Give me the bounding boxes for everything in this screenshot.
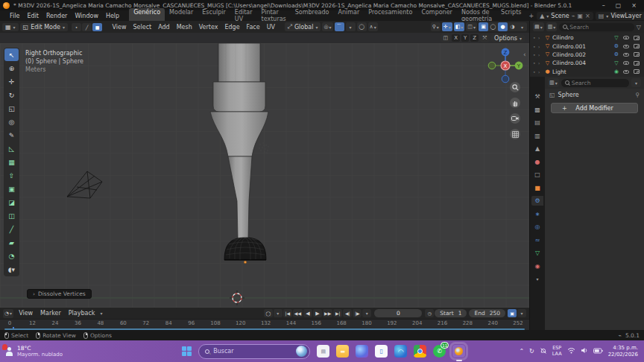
volume-icon[interactable] — [581, 347, 588, 355]
properties-options-dropdown[interactable]: ▾ — [631, 78, 641, 87]
tab-world[interactable]: ● — [531, 157, 543, 167]
close-button[interactable]: × — [631, 2, 637, 9]
frame-tick[interactable]: 108 — [210, 320, 220, 326]
frame-tick[interactable]: 36 — [74, 320, 81, 326]
hide-eye-icon[interactable] — [623, 53, 629, 57]
proportional-falloff-dropdown[interactable]: ∧▾ — [368, 22, 378, 31]
render-camera-icon[interactable] — [634, 44, 640, 48]
frame-tick[interactable]: 192 — [387, 320, 397, 326]
transform-tool[interactable]: ◎ — [4, 115, 19, 128]
shading-material-button[interactable]: ● — [498, 22, 508, 31]
auto-keying-toggle[interactable]: ◯ — [264, 309, 273, 317]
edge-select-button[interactable]: ╱ — [82, 23, 92, 31]
start-frame-field[interactable]: Start1 — [435, 309, 467, 317]
tab-scene[interactable]: ▲ — [531, 144, 543, 153]
mirror-x-toggle[interactable]: X — [452, 34, 460, 42]
tab-constraints[interactable]: ≈ — [531, 235, 543, 245]
viewport-menu-item[interactable]: Edge — [221, 24, 243, 31]
add-cube-tool[interactable]: ▦ — [4, 156, 19, 168]
viewport-menu-item[interactable]: Select — [130, 24, 155, 31]
onedrive-sync-icon[interactable]: ↻ — [529, 348, 534, 355]
taskbar-search-input[interactable] — [213, 348, 280, 355]
frame-tick[interactable]: 96 — [188, 320, 195, 326]
properties-editor-type-button[interactable]: ▥▾ — [548, 78, 559, 87]
show-gizmo-dropdown[interactable]: ⚲▾ — [431, 22, 441, 31]
pin-scene-icon[interactable]: ⌁ — [572, 13, 575, 19]
operator-panel[interactable]: › Dissolve Vertices — [27, 289, 92, 299]
viewport-3d[interactable]: ◫ X Y Z ⤧ Options ▾ — [0, 33, 529, 308]
jump-to-end-button[interactable]: ▶| — [333, 309, 342, 317]
poly-build-tool[interactable]: ▰ — [4, 236, 19, 249]
overlays-toggle[interactable]: ◧▾ — [454, 22, 465, 31]
pan-hand-button[interactable] — [510, 98, 520, 108]
xray-toggle[interactable]: ◫▾ — [466, 22, 477, 31]
navigation-gizmo[interactable]: Z Y X — [486, 43, 525, 85]
options-dropdown[interactable]: Options ▾ — [491, 34, 525, 42]
timeline-editor-type-button[interactable]: ◔▾ — [3, 309, 13, 318]
end-frame-field[interactable]: End250 — [469, 309, 505, 317]
outliner-row-light[interactable]: •› ● Light ◉ — [531, 68, 643, 76]
photos-app-icon[interactable] — [356, 345, 368, 358]
frame-tick[interactable]: 0 — [6, 320, 13, 326]
properties-search[interactable] — [561, 79, 629, 87]
outliner-row-cilindro-002[interactable]: •› ▽ Cilindro.002 ⚙ — [531, 51, 643, 59]
proportional-edit-toggle[interactable]: ◯ — [357, 22, 367, 31]
mirror-z-toggle[interactable]: Z — [470, 34, 479, 42]
gizmos-toggle[interactable]: ✛▾ — [442, 22, 452, 31]
prev-frame-button[interactable]: ◀| — [343, 309, 352, 317]
transform-orientation-dropdown[interactable]: ⤢ Global ▾ — [285, 22, 321, 31]
frame-tick[interactable]: 168 — [336, 320, 346, 326]
menu-item[interactable]: Help — [102, 13, 123, 19]
shading-wireframe-button[interactable]: ▣ — [479, 22, 488, 31]
play-reverse-button[interactable]: ◀ — [303, 309, 312, 317]
tab-modifiers[interactable]: ⚙ — [531, 196, 543, 206]
widgets-weather-button[interactable]: 18°C Mayorm. nublado — [0, 345, 134, 358]
timeline-menu-item[interactable]: Playback — [65, 310, 99, 317]
outliner-filter-funnel-icon[interactable]: ▽ — [637, 24, 641, 31]
scene-canvas[interactable] — [0, 43, 529, 308]
notes-app-icon[interactable]: ▤ — [317, 345, 329, 358]
outliner-search[interactable] — [559, 23, 634, 31]
shading-rendered-button[interactable]: ◑ — [508, 22, 517, 31]
play-button[interactable]: ▶ — [313, 309, 322, 317]
outliner-row-cilindro-001[interactable]: •› ▽ Cilindro.001 ⚙ — [531, 42, 643, 50]
clock[interactable]: 4:35 p.m. 22/02/2026 — [608, 345, 638, 358]
stopwatch-icon[interactable]: ◷ — [425, 309, 434, 317]
mode-dropdown[interactable]: ◱ Edit Mode ▾ — [20, 23, 68, 31]
tab-particles[interactable]: ∗ — [531, 209, 543, 219]
snap-settings-icon[interactable]: ⤧ — [480, 34, 490, 42]
new-scene-button[interactable]: ▣ — [578, 13, 584, 19]
vertex-select-button[interactable]: • — [72, 23, 81, 31]
camera-view-button[interactable] — [510, 113, 520, 124]
tab-physics[interactable]: ◎ — [531, 222, 543, 232]
menu-item[interactable]: Render — [42, 13, 71, 19]
outliner-row-cilindro-004[interactable]: •› ▽ Cilindro.004 ▽ — [531, 59, 643, 67]
tab-render[interactable]: ▩ — [531, 105, 543, 115]
scale-tool[interactable]: ◱ — [4, 102, 19, 115]
chrome-browser-icon[interactable] — [414, 345, 426, 358]
frame-dropdown[interactable]: ▾ — [362, 309, 371, 317]
edge-browser-icon[interactable]: ◠ — [394, 345, 407, 358]
viewport-menu-item[interactable]: Add — [155, 24, 174, 31]
minimize-button[interactable]: – — [602, 2, 605, 9]
notifications-muted-icon[interactable] — [540, 347, 547, 356]
wifi-icon[interactable] — [567, 347, 575, 355]
loop-cut-tool[interactable]: ◫ — [4, 209, 19, 222]
tab-object[interactable]: ■ — [531, 183, 543, 193]
file-explorer-icon[interactable]: ▬ — [336, 345, 349, 358]
annotate-tool[interactable]: ✎ — [4, 129, 19, 142]
frame-tick[interactable]: 24 — [51, 320, 59, 326]
pin-icon[interactable]: ⚲ — [635, 92, 640, 98]
ortho-grid-button[interactable] — [510, 129, 520, 139]
frame-tick[interactable]: 120 — [236, 320, 245, 326]
tab-collection[interactable]: □ — [531, 170, 543, 180]
add-modifier-button[interactable]: + Add Modifier — [551, 103, 638, 113]
properties-search-input[interactable] — [572, 80, 625, 86]
tray-chevron-up-icon[interactable]: ⌃ — [519, 348, 524, 355]
taskbar-search[interactable] — [198, 344, 310, 359]
tab-object-data[interactable]: ▽ — [531, 248, 543, 258]
keying-dropdown[interactable]: ▾ — [274, 309, 282, 317]
outliner-row-cilindro[interactable]: •› ▽ Cilindro ▽ — [531, 34, 643, 42]
next-keyframe-button[interactable]: ▶▶ — [323, 309, 332, 317]
tab-view-layer[interactable]: ▥ — [531, 131, 543, 141]
